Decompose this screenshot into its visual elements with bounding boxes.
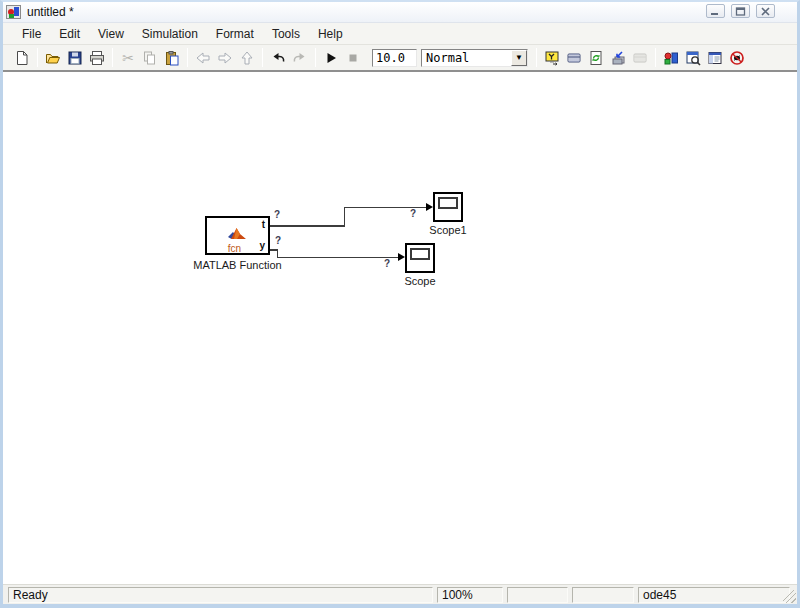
debug-icon bbox=[729, 50, 745, 66]
open-button[interactable] bbox=[42, 47, 64, 69]
fcn-label: fcn bbox=[207, 243, 262, 254]
forward-arrow-icon bbox=[217, 50, 233, 66]
toolbar-separator bbox=[37, 48, 38, 67]
stop-simulation-button[interactable] bbox=[342, 47, 364, 69]
status-panel-empty bbox=[572, 587, 634, 603]
toggle-model-browser-icon bbox=[707, 50, 723, 66]
up-button[interactable] bbox=[236, 47, 258, 69]
matlab-function-block-label: MATLAB Function bbox=[155, 259, 320, 271]
unknown-signal-marker: ? bbox=[384, 259, 390, 269]
chevron-down-icon[interactable]: ▼ bbox=[511, 50, 527, 66]
status-message: Ready bbox=[8, 587, 433, 603]
up-arrow-icon bbox=[239, 50, 255, 66]
matlab-logo-icon bbox=[227, 226, 247, 242]
toggle-model-browser-button[interactable] bbox=[704, 47, 726, 69]
simulation-output-button[interactable] bbox=[541, 47, 563, 69]
title-bar: untitled * bbox=[3, 2, 797, 22]
simulation-mode-dropdown[interactable]: Normal ▼ bbox=[421, 49, 528, 67]
toolbar: ✂ bbox=[3, 44, 797, 70]
model-configuration-icon bbox=[566, 50, 582, 66]
output-port-y-label: y bbox=[259, 241, 265, 251]
play-icon bbox=[323, 50, 339, 66]
scope-block[interactable] bbox=[405, 243, 435, 273]
undo-icon bbox=[270, 50, 286, 66]
zoom-level: 100% bbox=[437, 587, 503, 603]
paste-button[interactable] bbox=[161, 47, 183, 69]
menu-simulation[interactable]: Simulation bbox=[133, 25, 207, 43]
copy-icon bbox=[142, 50, 158, 66]
menu-format[interactable]: Format bbox=[207, 25, 263, 43]
toolbar-separator bbox=[262, 48, 263, 67]
redo-icon bbox=[292, 50, 308, 66]
print-button[interactable] bbox=[86, 47, 108, 69]
unknown-signal-marker: ? bbox=[410, 209, 416, 219]
menu-view[interactable]: View bbox=[89, 25, 133, 43]
close-icon bbox=[760, 7, 771, 16]
matlab-function-block[interactable]: fcn t y bbox=[205, 216, 270, 255]
open-folder-icon bbox=[45, 50, 61, 66]
model-explorer-icon bbox=[685, 50, 701, 66]
unknown-signal-marker: ? bbox=[275, 236, 281, 246]
menu-help[interactable]: Help bbox=[309, 25, 352, 43]
save-disk-icon bbox=[67, 50, 83, 66]
minimize-button[interactable] bbox=[706, 4, 725, 18]
signal-line-t-scope1 bbox=[270, 225, 345, 227]
scope-screen-icon bbox=[438, 197, 458, 209]
menu-tools[interactable]: Tools bbox=[263, 25, 309, 43]
output-port-t-label: t bbox=[262, 220, 265, 230]
copy-button[interactable] bbox=[139, 47, 161, 69]
toolbar-separator bbox=[655, 48, 656, 67]
undo-button[interactable] bbox=[267, 47, 289, 69]
new-button[interactable] bbox=[11, 47, 33, 69]
toolbar-separator bbox=[536, 48, 537, 67]
status-bar: Ready 100% ode45 bbox=[3, 584, 797, 604]
print-icon bbox=[89, 50, 105, 66]
build-model-icon bbox=[610, 50, 626, 66]
simulink-library-icon bbox=[663, 50, 679, 66]
update-diagram-icon bbox=[588, 50, 604, 66]
cut-button[interactable]: ✂ bbox=[117, 47, 139, 69]
scope1-block-label: Scope1 bbox=[403, 224, 493, 236]
model-configuration-disabled-icon bbox=[632, 50, 648, 66]
model-canvas[interactable]: fcn t y MATLAB Function ? ? ? Scope1 ? S… bbox=[3, 70, 797, 584]
scope-block-label: Scope bbox=[375, 275, 465, 287]
cut-icon: ✂ bbox=[122, 50, 134, 66]
build-model-button[interactable] bbox=[607, 47, 629, 69]
unknown-signal-marker: ? bbox=[274, 210, 280, 220]
model-explorer-button[interactable] bbox=[682, 47, 704, 69]
simulink-window: untitled * File Edit View Simulation For… bbox=[0, 0, 800, 608]
maximize-button[interactable] bbox=[731, 4, 750, 18]
menu-bar: File Edit View Simulation Format Tools H… bbox=[3, 22, 797, 44]
scope1-block[interactable] bbox=[433, 192, 463, 222]
redo-button[interactable] bbox=[289, 47, 311, 69]
library-browser-button[interactable] bbox=[660, 47, 682, 69]
update-diagram-button[interactable] bbox=[585, 47, 607, 69]
back-button[interactable] bbox=[192, 47, 214, 69]
scope-screen-icon bbox=[410, 248, 430, 260]
new-document-icon bbox=[14, 50, 30, 66]
debug-button[interactable] bbox=[726, 47, 748, 69]
back-arrow-icon bbox=[195, 50, 211, 66]
model-configuration-disabled-button[interactable] bbox=[629, 47, 651, 69]
resize-grip[interactable] bbox=[783, 590, 796, 603]
toolbar-separator bbox=[187, 48, 188, 67]
close-button[interactable] bbox=[756, 4, 775, 18]
simulink-model-icon bbox=[6, 5, 21, 19]
menu-file[interactable]: File bbox=[13, 25, 50, 43]
simulation-time-input[interactable] bbox=[372, 49, 417, 67]
maximize-icon bbox=[735, 7, 746, 16]
start-simulation-button[interactable] bbox=[320, 47, 342, 69]
window-title: untitled * bbox=[27, 5, 74, 19]
model-configuration-button[interactable] bbox=[563, 47, 585, 69]
forward-button[interactable] bbox=[214, 47, 236, 69]
toolbar-separator bbox=[112, 48, 113, 67]
status-panel-empty bbox=[507, 587, 568, 603]
save-button[interactable] bbox=[64, 47, 86, 69]
toolbar-separator bbox=[315, 48, 316, 67]
simulation-output-icon bbox=[544, 50, 560, 66]
solver-name: ode45 bbox=[638, 587, 790, 603]
paste-icon bbox=[164, 50, 180, 66]
menu-edit[interactable]: Edit bbox=[50, 25, 89, 43]
signal-line-y-scope bbox=[277, 257, 399, 259]
arrowhead bbox=[398, 253, 405, 261]
